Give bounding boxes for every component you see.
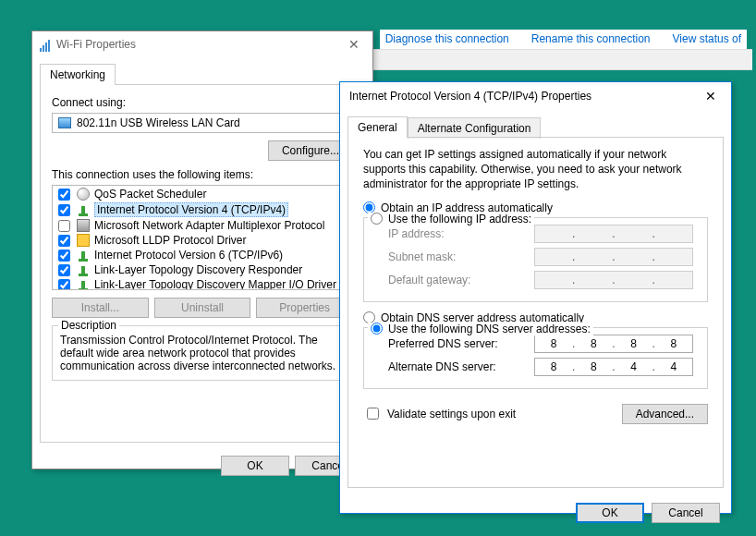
close-icon[interactable]: ✕ [700,87,722,105]
description-group: Description Transmission Control Protoco… [52,325,353,381]
description-text: Transmission Control Protocol/Internet P… [60,334,345,372]
connect-using-label: Connect using: [52,96,353,109]
default-gateway-label: Default gateway: [388,274,527,286]
close-icon[interactable]: ✕ [343,35,365,54]
list-item[interactable]: Microsoft LLDP Protocol Driver [53,233,352,248]
wifi-tabs: Networking [32,57,372,84]
tcp-title: Internet Protocol Version 4 (TCP/IPv4) P… [349,90,700,103]
item-label: Internet Protocol Version 4 (TCP/IPv4) [94,202,288,217]
wifi-panel: Connect using: 802.11n USB Wireless LAN … [40,84,365,443]
tab-alternate-config[interactable]: Alternate Configuration [408,117,542,139]
item-label: Link-Layer Topology Discovery Mapper I/O… [94,278,336,290]
list-item[interactable]: Internet Protocol Version 4 (TCP/IPv4) [53,201,352,218]
link-view-status[interactable]: View status of [673,32,741,45]
wifi-icon [40,37,51,52]
validate-checkbox[interactable] [367,408,379,420]
tcp-explain: You can get IP settings assigned automat… [363,147,708,192]
item-label: Link-Layer Topology Discovery Responder [94,263,302,276]
item-checkbox[interactable] [58,279,70,291]
tab-general[interactable]: General [348,116,408,138]
advanced-button[interactable]: Advanced... [622,404,708,424]
ip-address-label: IP address: [388,227,527,240]
network-actions: Diagnose this connection Rename this con… [380,30,747,51]
tcp-titlebar[interactable]: Internet Protocol Version 4 (TCP/IPv4) P… [340,82,731,110]
preferred-dns-input[interactable]: 8. 8. 8. 8 [534,335,693,353]
net-icon [77,249,90,262]
net-icon [77,278,90,290]
radio-dns-manual[interactable] [371,323,383,335]
adapter-icon [77,219,90,232]
toolbar-strip [373,49,752,70]
tcpipv4-properties-dialog: Internet Protocol Version 4 (TCP/IPv4) P… [339,81,732,514]
net-icon [77,263,90,276]
item-label: Microsoft Network Adapter Multiplexor Pr… [94,219,324,232]
list-item[interactable]: Internet Protocol Version 6 (TCP/IPv6) [53,248,352,262]
adapter-box[interactable]: 802.11n USB Wireless LAN Card [52,113,353,133]
adapter-name: 802.11n USB Wireless LAN Card [77,116,240,129]
item-label: Internet Protocol Version 6 (TCP/IPv6) [94,249,283,262]
subnet-mask-input: ... [534,248,693,266]
wifi-properties-dialog: Wi-Fi Properties ✕ Networking Connect us… [31,30,373,469]
qos-icon [77,188,90,201]
wifi-ok-button[interactable]: OK [221,456,289,476]
list-item[interactable]: Microsoft Network Adapter Multiplexor Pr… [53,218,352,233]
list-item[interactable]: Link-Layer Topology Discovery Responder [53,262,352,277]
item-checkbox[interactable] [58,250,70,262]
item-label: Microsoft LLDP Protocol Driver [94,234,247,247]
radio-ip-manual-label: Use the following IP address: [388,213,531,225]
validate-label: Validate settings upon exit [387,408,516,420]
tab-networking[interactable]: Networking [40,64,116,85]
wifi-titlebar[interactable]: Wi-Fi Properties ✕ [32,31,372,57]
item-checkbox[interactable] [58,189,70,201]
adapter-icon [58,117,71,128]
link-rename[interactable]: Rename this connection [531,32,651,45]
item-checkbox[interactable] [58,235,70,247]
ip-address-input: ... [534,225,693,243]
preferred-dns-label: Preferred DNS server: [388,337,527,350]
item-checkbox[interactable] [58,220,70,232]
items-label: This connection uses the following items… [52,168,353,181]
description-title: Description [58,319,119,332]
radio-dns-manual-label: Use the following DNS server addresses: [388,323,591,335]
list-item[interactable]: QoS Packet Scheduler [53,187,352,201]
lldp-icon [77,234,90,247]
default-gateway-input: ... [534,271,693,289]
tcp-cancel-button[interactable]: Cancel [652,503,720,523]
tcp-panel: You can get IP settings assigned automat… [348,137,724,488]
install-button[interactable]: Install... [52,298,149,318]
wifi-title: Wi-Fi Properties [56,38,343,51]
network-items-list[interactable]: QoS Packet SchedulerInternet Protocol Ve… [52,185,353,290]
net-icon [77,203,90,216]
alternate-dns-label: Alternate DNS server: [388,360,527,373]
radio-ip-manual[interactable] [371,213,383,225]
tcp-tabs: General Alternate Configuration [340,110,731,137]
list-item[interactable]: Link-Layer Topology Discovery Mapper I/O… [53,277,352,290]
alternate-dns-input[interactable]: 8. 8. 4. 4 [534,358,693,376]
link-diagnose[interactable]: Diagnose this connection [385,32,509,45]
item-label: QoS Packet Scheduler [94,188,206,201]
subnet-mask-label: Subnet mask: [388,250,527,263]
tcp-ok-button[interactable]: OK [576,503,644,523]
item-checkbox[interactable] [58,204,70,216]
item-checkbox[interactable] [58,264,70,276]
uninstall-button[interactable]: Uninstall [154,298,251,318]
